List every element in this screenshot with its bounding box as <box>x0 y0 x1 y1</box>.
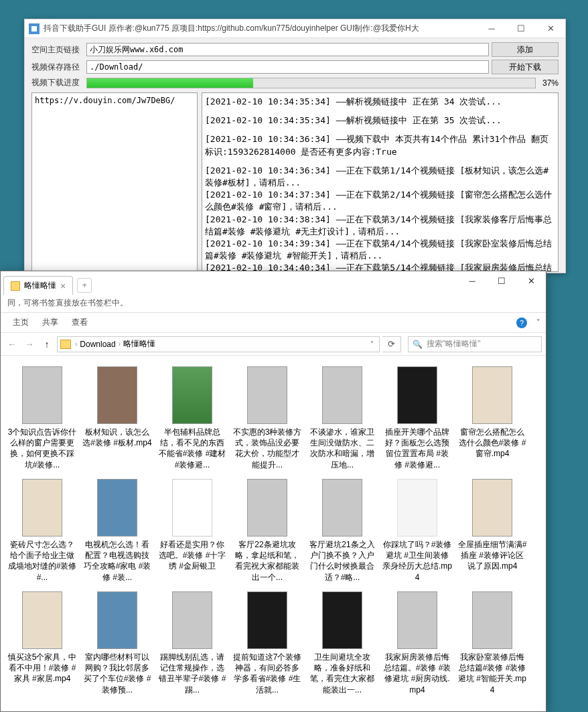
file-thumbnail <box>22 591 62 649</box>
breadcrumb-sep: › <box>74 340 78 348</box>
gui-window: 抖音下载助手GUI 原作者:@kun775 原项目:https://github… <box>24 19 566 273</box>
file-name: 你踩坑了吗？#装修避坑 #卫生间装修 亲身经历大总结.mp4 <box>382 539 452 582</box>
help-icon[interactable]: ? <box>516 317 527 328</box>
log-line: [2021-02-10 10:34:37:34] ——正在下载第2/14个视频链… <box>205 189 555 213</box>
file-name: 板材知识，该怎么选#装修 #板材.mp4 <box>82 427 152 448</box>
file-thumbnail <box>247 479 287 537</box>
file-name: 电视机怎么选！看配置？电视选购技巧全攻略#家电 #装修 #装... <box>82 539 152 582</box>
explorer-close[interactable]: ✕ <box>516 271 546 290</box>
file-item[interactable]: 卫生间避坑全攻略，准备好纸和笔，看完住大家都能装出一... <box>305 589 380 697</box>
info-bar: 同，可将书签直接放在书签栏中。 <box>1 294 546 313</box>
file-item[interactable]: 客厅避坑21条之入户门换不换？入户门什么时候换最合适？#略... <box>305 476 380 585</box>
breadcrumb-item[interactable]: 略懂略懂 <box>123 338 155 350</box>
file-thumbnail <box>322 479 362 537</box>
search-icon: 🔍 <box>413 340 423 349</box>
file-name: 全屋插座细节满满#插座 #装修评论区说了原因.mp4 <box>457 539 527 572</box>
file-item[interactable]: 窗帘怎么搭配怎么选什么颜色#装修 #窗帘.mp4 <box>455 364 530 472</box>
file-item[interactable]: 半包辅料品牌总结，看不见的东西不能省#装修 #建材 #装修避... <box>155 364 230 472</box>
file-thumbnail <box>322 366 362 424</box>
panes: https://v.douyin.com/Jw7DeBG/ [2021-02-1… <box>31 92 559 272</box>
file-thumbnail <box>172 591 212 649</box>
file-item[interactable]: 全屋插座细节满满#插座 #装修评论区说了原因.mp4 <box>455 476 530 585</box>
file-thumbnail <box>472 591 512 649</box>
file-item[interactable]: 我家厨房装修后悔总结篇。#装修 #装修避坑 #厨房动线.mp4 <box>380 589 455 697</box>
url-pane[interactable]: https://v.douyin.com/Jw7DeBG/ <box>31 92 198 272</box>
breadcrumb-dropdown-icon[interactable]: ˅ <box>368 340 376 348</box>
file-item[interactable]: 你踩坑了吗？#装修避坑 #卫生间装修 亲身经历大总结.mp4 <box>380 476 455 585</box>
file-thumbnail <box>247 591 287 649</box>
file-name: 客厅22条避坑攻略，拿起纸和笔，看完祝大家都能装出一个... <box>232 539 302 582</box>
file-thumbnail <box>22 366 62 424</box>
breadcrumb-item[interactable]: Download <box>80 340 115 349</box>
file-item[interactable]: 电视机怎么选！看配置？电视选购技巧全攻略#家电 #装修 #装... <box>80 476 155 585</box>
file-item[interactable]: 3个知识点告诉你什么样的窗户需要更换，如何更换不踩坑#装修... <box>5 364 80 472</box>
file-name: 插座开关哪个品牌好？面板怎么选预留位置置布局 #装修 #装修避... <box>382 427 452 470</box>
progress-row: 视频下载进度 37% <box>31 77 559 88</box>
file-item[interactable]: 室内哪些材料可以网购？我比邻居多买了个车位#装修 #装修预... <box>80 589 155 697</box>
explorer-tabbar: 略懂略懂 × + ─ ☐ ✕ <box>1 271 546 294</box>
file-thumbnail <box>97 591 137 649</box>
file-thumbnail <box>397 591 437 649</box>
file-thumbnail <box>172 366 212 424</box>
start-button[interactable]: 开始下载 <box>492 60 559 74</box>
ribbon-share[interactable]: 共享 <box>35 313 65 332</box>
file-name: 客厅避坑21条之入户门换不换？入户门什么时候换最合适？#略... <box>307 539 377 582</box>
file-name: 我家卧室装修后悔总结篇#装修 #装修避坑 #智能开关.mp4 <box>457 652 527 695</box>
gui-body: 空间主页链接 添加 视频保存路径 开始下载 视频下载进度 37% https:/… <box>25 38 565 279</box>
file-name: 我家厨房装修后悔总结篇。#装修 #装修避坑 #厨房动线.mp4 <box>382 652 452 695</box>
log-line: [2021-02-10 10:34:36:34] ——视频下载中 本页共有14个… <box>205 133 555 157</box>
folder-icon <box>11 281 20 291</box>
file-item[interactable]: 提前知道这7个装修神器，有间必答多学多看省#装修 #生活就... <box>230 589 305 697</box>
nav-back[interactable]: ← <box>5 337 19 352</box>
log-line: [2021-02-10 10:34:36:34] ——正在下载第1/14个视频链… <box>205 165 555 189</box>
path-input[interactable] <box>86 60 489 74</box>
new-tab-button[interactable]: + <box>77 278 92 293</box>
file-item[interactable]: 插座开关哪个品牌好？面板怎么选预留位置置布局 #装修 #装修避... <box>380 364 455 472</box>
path-row: 视频保存路径 开始下载 <box>31 60 559 74</box>
window-title: 抖音下载助手GUI 原作者:@kun775 原项目:https://github… <box>44 23 477 34</box>
explorer-tab[interactable]: 略懂略懂 × <box>3 276 73 295</box>
nav-forward[interactable]: → <box>22 337 37 352</box>
file-name: 好看还是实用？你选吧。#装修 #十字绣 #金厨银卫 <box>157 539 227 572</box>
file-item[interactable]: 板材知识，该怎么选#装修 #板材.mp4 <box>80 364 155 472</box>
file-item[interactable]: 瓷砖尺寸怎么选？给个面子给业主做成墙地对缝的#装修 #... <box>5 476 80 585</box>
ribbon-view[interactable]: 查看 <box>65 313 94 332</box>
search-placeholder: 搜索"略懂略懂" <box>427 338 481 350</box>
log-pane[interactable]: [2021-02-10 10:34:35:34] ——解析视频链接中 正在第 3… <box>202 92 559 272</box>
file-area[interactable]: 3个知识点告诉你什么样的窗户需要更换，如何更换不踩坑#装修...板材知识，该怎么… <box>1 356 546 711</box>
explorer-maximize[interactable]: ☐ <box>487 271 516 290</box>
log-line: [2021-02-10 10:34:35:34] ——解析视频链接中 正在第 3… <box>205 115 555 127</box>
file-thumbnail <box>22 479 62 537</box>
refresh-button[interactable]: ⟳ <box>382 336 401 352</box>
file-item[interactable]: 慎买这5个家具，中看不中用！#装修 #家具 #家居.mp4 <box>5 589 80 697</box>
link-input[interactable] <box>86 43 489 56</box>
file-item[interactable]: 不谈渗水，谁家卫生间没做防水、二次防水和暗漏，增压地... <box>305 364 380 472</box>
breadcrumb-sep: › <box>117 340 122 348</box>
ribbon-collapse-icon[interactable]: ˅ <box>536 318 540 327</box>
file-item[interactable]: 客厅22条避坑攻略，拿起纸和笔，看完祝大家都能装出一个... <box>230 476 305 585</box>
explorer-minimize[interactable]: ─ <box>457 271 487 290</box>
file-name: 踢脚线别乱选，请记住常规操作，选错丑半辈子#装修 #踢... <box>157 652 227 695</box>
file-item[interactable]: 踢脚线别乱选，请记住常规操作，选错丑半辈子#装修 #踢... <box>155 589 230 697</box>
explorer-window: 略懂略懂 × + ─ ☐ ✕ 同，可将书签直接放在书签栏中。 主页 共享 查看 … <box>0 271 546 712</box>
nav-up[interactable]: ↑ <box>40 337 54 352</box>
minimize-button[interactable]: ─ <box>477 19 506 38</box>
info-text: 同，可将书签直接放在书签栏中。 <box>7 297 128 309</box>
tab-title: 略懂略懂 <box>24 280 56 291</box>
add-button[interactable]: 添加 <box>492 42 559 57</box>
file-item[interactable]: 我家卧室装修后悔总结篇#装修 #装修避坑 #智能开关.mp4 <box>455 589 530 697</box>
maximize-button[interactable]: ☐ <box>506 19 536 38</box>
search-box[interactable]: 🔍 搜索"略懂略懂" <box>408 336 542 352</box>
close-button[interactable]: ✕ <box>536 19 565 38</box>
progress-fill <box>87 78 253 88</box>
path-label: 视频保存路径 <box>31 62 84 73</box>
app-icon <box>29 23 40 34</box>
file-thumbnail <box>97 366 137 424</box>
ribbon-home[interactable]: 主页 <box>6 313 35 332</box>
file-item[interactable]: 不实惠的3种装修方式，装饰品没必要花大价，功能型才能提升... <box>230 364 305 472</box>
file-item[interactable]: 好看还是实用？你选吧。#装修 #十字绣 #金厨银卫 <box>155 476 230 585</box>
file-thumbnail <box>397 479 437 537</box>
tab-close-icon[interactable]: × <box>60 281 66 291</box>
breadcrumb[interactable]: › Download › 略懂略懂 ˅ <box>57 336 380 352</box>
progress-bar <box>86 78 536 88</box>
